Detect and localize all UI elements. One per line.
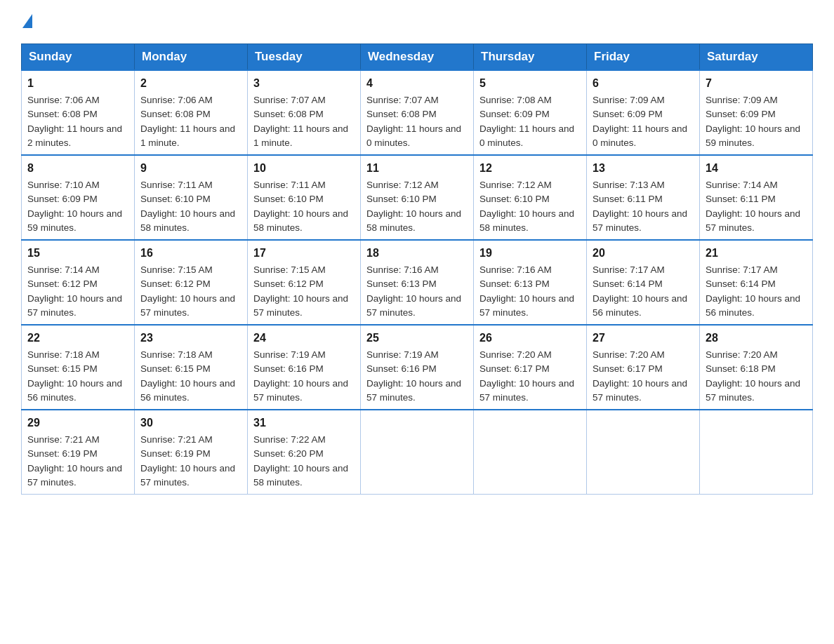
logo: [21, 14, 34, 29]
header-day-tuesday: Tuesday: [248, 44, 361, 71]
day-number: 11: [366, 160, 468, 177]
sunrise-text: Sunrise: 7:12 AM: [366, 180, 439, 190]
sunrise-text: Sunrise: 7:18 AM: [140, 349, 213, 360]
calendar-week-1: 1Sunrise: 7:06 AMSunset: 6:08 PMDaylight…: [22, 70, 813, 155]
daylight-text: Daylight: 11 hours and 1 minute.: [140, 123, 235, 148]
sunset-text: Sunset: 6:08 PM: [253, 109, 324, 119]
sunrise-text: Sunrise: 7:07 AM: [253, 95, 326, 105]
day-number: 13: [593, 160, 694, 177]
sunset-text: Sunset: 6:09 PM: [479, 109, 550, 119]
sunset-text: Sunset: 6:15 PM: [140, 363, 211, 374]
day-number: 18: [366, 245, 468, 262]
calendar-cell: 13Sunrise: 7:13 AMSunset: 6:11 PMDayligh…: [587, 155, 700, 240]
daylight-text: Daylight: 10 hours and 58 minutes.: [366, 208, 461, 233]
calendar-cell: 16Sunrise: 7:15 AMSunset: 6:12 PMDayligh…: [135, 240, 248, 325]
sunrise-text: Sunrise: 7:07 AM: [366, 95, 439, 105]
sunset-text: Sunset: 6:14 PM: [706, 279, 776, 289]
calendar-cell: 22Sunrise: 7:18 AMSunset: 6:15 PMDayligh…: [22, 325, 135, 410]
sunset-text: Sunset: 6:08 PM: [366, 109, 437, 119]
daylight-text: Daylight: 10 hours and 57 minutes.: [27, 293, 122, 318]
sunset-text: Sunset: 6:10 PM: [140, 194, 211, 204]
sunrise-text: Sunrise: 7:09 AM: [706, 95, 778, 105]
day-number: 4: [366, 75, 468, 92]
daylight-text: Daylight: 10 hours and 58 minutes.: [140, 208, 235, 233]
calendar-cell: 2Sunrise: 7:06 AMSunset: 6:08 PMDaylight…: [135, 70, 248, 155]
calendar-cell: 8Sunrise: 7:10 AMSunset: 6:09 PMDaylight…: [22, 155, 135, 240]
daylight-text: Daylight: 10 hours and 57 minutes.: [706, 208, 800, 233]
sunset-text: Sunset: 6:11 PM: [706, 194, 776, 204]
sunset-text: Sunset: 6:19 PM: [27, 448, 98, 459]
day-number: 16: [140, 245, 241, 262]
calendar-cell: 29Sunrise: 7:21 AMSunset: 6:19 PMDayligh…: [22, 410, 135, 495]
day-number: 2: [140, 75, 241, 92]
daylight-text: Daylight: 10 hours and 57 minutes.: [593, 378, 687, 403]
sunset-text: Sunset: 6:17 PM: [593, 363, 663, 374]
calendar-cell: 15Sunrise: 7:14 AMSunset: 6:12 PMDayligh…: [22, 240, 135, 325]
sunrise-text: Sunrise: 7:20 AM: [706, 349, 778, 360]
daylight-text: Daylight: 10 hours and 57 minutes.: [140, 463, 235, 488]
calendar-cell: 4Sunrise: 7:07 AMSunset: 6:08 PMDaylight…: [361, 70, 474, 155]
calendar-cell: 10Sunrise: 7:11 AMSunset: 6:10 PMDayligh…: [248, 155, 361, 240]
sunrise-text: Sunrise: 7:09 AM: [593, 95, 665, 105]
daylight-text: Daylight: 10 hours and 56 minutes.: [593, 293, 687, 318]
header-day-sunday: Sunday: [22, 44, 135, 71]
header-day-friday: Friday: [587, 44, 700, 71]
header-day-thursday: Thursday: [474, 44, 587, 71]
daylight-text: Daylight: 11 hours and 0 minutes.: [479, 123, 574, 148]
calendar-cell: 17Sunrise: 7:15 AMSunset: 6:12 PMDayligh…: [248, 240, 361, 325]
calendar-week-4: 22Sunrise: 7:18 AMSunset: 6:15 PMDayligh…: [22, 325, 813, 410]
header-day-saturday: Saturday: [700, 44, 813, 71]
calendar-cell: 7Sunrise: 7:09 AMSunset: 6:09 PMDaylight…: [700, 70, 813, 155]
page-header: [21, 14, 813, 29]
daylight-text: Daylight: 10 hours and 56 minutes.: [140, 378, 235, 403]
sunrise-text: Sunrise: 7:21 AM: [140, 434, 213, 445]
sunrise-text: Sunrise: 7:12 AM: [479, 180, 552, 190]
daylight-text: Daylight: 10 hours and 56 minutes.: [706, 293, 800, 318]
sunset-text: Sunset: 6:16 PM: [366, 363, 437, 374]
day-number: 24: [253, 330, 355, 347]
sunset-text: Sunset: 6:16 PM: [253, 363, 324, 374]
sunrise-text: Sunrise: 7:19 AM: [366, 349, 439, 360]
sunrise-text: Sunrise: 7:17 AM: [706, 264, 778, 275]
sunrise-text: Sunrise: 7:19 AM: [253, 349, 326, 360]
sunset-text: Sunset: 6:14 PM: [593, 279, 663, 289]
daylight-text: Daylight: 11 hours and 0 minutes.: [366, 123, 461, 148]
day-number: 7: [706, 75, 807, 92]
logo-triangle-icon: [22, 14, 32, 28]
calendar-table: SundayMondayTuesdayWednesdayThursdayFrid…: [21, 43, 813, 495]
daylight-text: Daylight: 11 hours and 0 minutes.: [593, 123, 687, 148]
calendar-cell: 21Sunrise: 7:17 AMSunset: 6:14 PMDayligh…: [700, 240, 813, 325]
header-row: SundayMondayTuesdayWednesdayThursdayFrid…: [22, 44, 813, 71]
sunset-text: Sunset: 6:10 PM: [479, 194, 550, 204]
daylight-text: Daylight: 10 hours and 57 minutes.: [479, 378, 574, 403]
calendar-cell: 31Sunrise: 7:22 AMSunset: 6:20 PMDayligh…: [248, 410, 361, 495]
calendar-cell: [587, 410, 700, 495]
calendar-cell: 28Sunrise: 7:20 AMSunset: 6:18 PMDayligh…: [700, 325, 813, 410]
day-number: 9: [140, 160, 241, 177]
sunset-text: Sunset: 6:08 PM: [27, 109, 98, 119]
sunrise-text: Sunrise: 7:15 AM: [253, 264, 326, 275]
daylight-text: Daylight: 10 hours and 56 minutes.: [27, 378, 122, 403]
day-number: 8: [27, 160, 128, 177]
day-number: 15: [27, 245, 128, 262]
day-number: 3: [253, 75, 355, 92]
day-number: 6: [593, 75, 694, 92]
calendar-header: SundayMondayTuesdayWednesdayThursdayFrid…: [22, 44, 813, 71]
sunset-text: Sunset: 6:13 PM: [479, 279, 550, 289]
calendar-cell: 24Sunrise: 7:19 AMSunset: 6:16 PMDayligh…: [248, 325, 361, 410]
sunrise-text: Sunrise: 7:22 AM: [253, 434, 326, 445]
sunset-text: Sunset: 6:09 PM: [593, 109, 663, 119]
calendar-cell: 14Sunrise: 7:14 AMSunset: 6:11 PMDayligh…: [700, 155, 813, 240]
daylight-text: Daylight: 10 hours and 57 minutes.: [27, 463, 122, 488]
sunrise-text: Sunrise: 7:20 AM: [593, 349, 665, 360]
calendar-cell: 6Sunrise: 7:09 AMSunset: 6:09 PMDaylight…: [587, 70, 700, 155]
day-number: 5: [479, 75, 581, 92]
calendar-cell: 23Sunrise: 7:18 AMSunset: 6:15 PMDayligh…: [135, 325, 248, 410]
daylight-text: Daylight: 10 hours and 57 minutes.: [479, 293, 574, 318]
day-number: 27: [593, 330, 694, 347]
calendar-week-3: 15Sunrise: 7:14 AMSunset: 6:12 PMDayligh…: [22, 240, 813, 325]
sunrise-text: Sunrise: 7:11 AM: [253, 180, 326, 190]
sunrise-text: Sunrise: 7:16 AM: [479, 264, 552, 275]
sunset-text: Sunset: 6:17 PM: [479, 363, 550, 374]
daylight-text: Daylight: 10 hours and 58 minutes.: [253, 463, 348, 488]
